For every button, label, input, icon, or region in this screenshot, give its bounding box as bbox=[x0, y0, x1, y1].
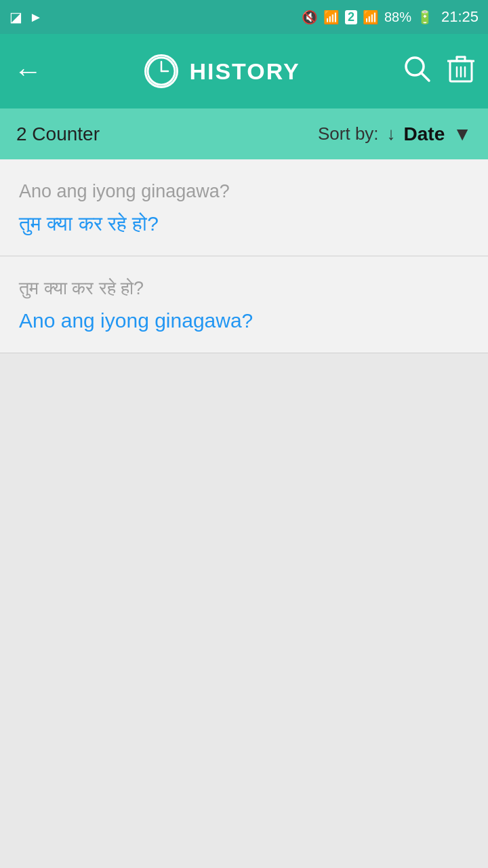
page-title: HISTORY bbox=[189, 58, 300, 85]
trash-icon bbox=[447, 54, 474, 83]
sort-direction-icon: ↓ bbox=[387, 123, 396, 144]
activity-icon: ► bbox=[29, 9, 43, 25]
source-text-1: Ano ang iyong ginagawa? bbox=[19, 180, 469, 203]
signal-icon: 📶 bbox=[363, 9, 379, 25]
battery-text: 88% bbox=[384, 9, 411, 25]
status-bar: ◪ ► 🔇 📶 2 📶 88% 🔋 21:25 bbox=[0, 0, 488, 34]
dropdown-arrow-icon[interactable]: ▼ bbox=[453, 123, 472, 145]
mute-icon: 🔇 bbox=[302, 9, 318, 25]
list-item[interactable]: तुम क्या कर रहे हो? Ano ang iyong ginaga… bbox=[0, 256, 488, 353]
sort-value-label: Date bbox=[404, 123, 445, 145]
search-icon bbox=[403, 54, 431, 83]
app-bar-actions bbox=[403, 54, 474, 90]
clock-svg bbox=[146, 56, 176, 86]
sort-bar: 2 Counter Sort by: ↓ Date ▼ bbox=[0, 108, 488, 159]
back-button[interactable]: ← bbox=[14, 55, 42, 87]
svg-point-0 bbox=[148, 58, 175, 85]
status-bar-right: 🔇 📶 2 📶 88% 🔋 21:25 bbox=[302, 8, 479, 26]
delete-button[interactable] bbox=[447, 54, 474, 90]
sort-by-label: Sort by: bbox=[318, 123, 379, 144]
sort-controls[interactable]: Sort by: ↓ Date ▼ bbox=[318, 123, 472, 145]
search-button[interactable] bbox=[403, 54, 431, 89]
status-bar-left: ◪ ► bbox=[9, 9, 43, 25]
wifi-icon: 📶 bbox=[323, 9, 340, 25]
translation-text-1: तुम क्या कर रहे हो? bbox=[19, 210, 469, 237]
gallery-icon: ◪ bbox=[9, 9, 22, 25]
source-text-2: तुम क्या कर रहे हो? bbox=[19, 277, 469, 300]
status-time: 21:25 bbox=[441, 8, 479, 26]
counter-label: 2 Counter bbox=[16, 123, 100, 145]
translation-text-2: Ano ang iyong ginagawa? bbox=[19, 307, 469, 334]
sim2-icon: 2 bbox=[345, 10, 357, 24]
list-item[interactable]: Ano ang iyong ginagawa? तुम क्या कर रहे … bbox=[0, 159, 488, 256]
battery-icon: 🔋 bbox=[417, 9, 433, 25]
history-list: Ano ang iyong ginagawa? तुम क्या कर रहे … bbox=[0, 159, 488, 353]
app-bar: ← HISTORY bbox=[0, 34, 488, 108]
app-bar-title-area: HISTORY bbox=[42, 54, 403, 88]
svg-line-4 bbox=[421, 73, 429, 81]
clock-icon bbox=[144, 54, 178, 88]
